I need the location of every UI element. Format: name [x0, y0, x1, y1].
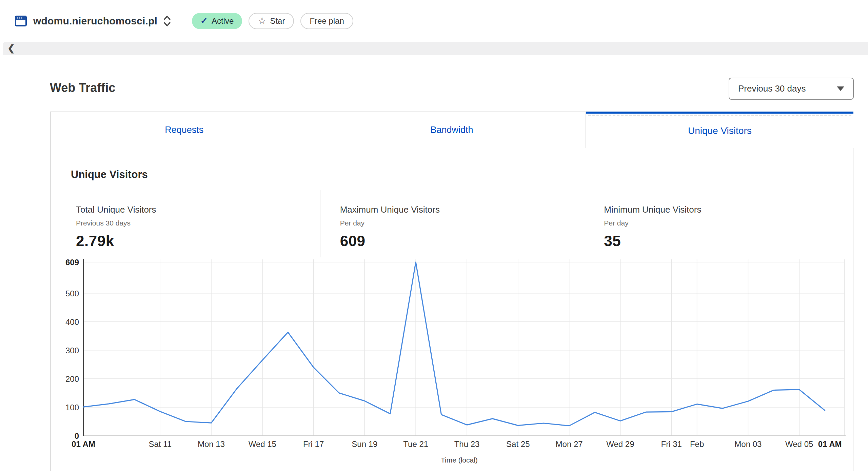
unique-visitors-panel: Unique Visitors Total Unique Visitors Pr…	[50, 148, 853, 471]
time-range-value: Previous 30 days	[738, 83, 806, 94]
svg-text:Tue 21: Tue 21	[403, 439, 428, 449]
unique-visitors-line-chart[interactable]: 010020030040050060901 AMSat 11Mon 13Wed …	[51, 257, 853, 471]
back-chevron-icon[interactable]: ❮	[7, 43, 15, 54]
status-badge-label: Active	[212, 16, 234, 26]
tab-requests[interactable]: Requests	[50, 112, 318, 148]
svg-text:Mon 27: Mon 27	[556, 439, 583, 449]
svg-text:Sat 25: Sat 25	[506, 439, 530, 449]
star-button[interactable]: ☆ Star	[249, 13, 294, 29]
svg-text:Mon 03: Mon 03	[734, 439, 762, 449]
browser-window-icon	[15, 15, 27, 27]
chevron-down-icon	[837, 86, 844, 91]
metric-tabs: Requests Bandwidth Unique Visitors	[50, 112, 853, 148]
page-title: Web Traffic	[50, 81, 115, 95]
domain-switcher-icon[interactable]	[163, 14, 172, 28]
stat-value: 609	[340, 233, 584, 250]
domain-name[interactable]: wdomu.nieruchomosci.pl	[33, 15, 157, 27]
tab-bandwidth[interactable]: Bandwidth	[318, 112, 586, 148]
stat-subtitle: Previous 30 days	[76, 219, 320, 227]
check-icon: ✓	[200, 16, 208, 26]
svg-text:100: 100	[65, 403, 79, 412]
plan-badge: Free plan	[300, 13, 353, 29]
svg-text:Fri 17: Fri 17	[303, 439, 324, 449]
svg-text:Fri 31: Fri 31	[661, 439, 682, 449]
plan-badge-label: Free plan	[310, 16, 344, 26]
status-badge: ✓ Active	[192, 13, 242, 29]
svg-text:Sat 11: Sat 11	[149, 439, 172, 449]
svg-text:Mon 13: Mon 13	[198, 439, 225, 449]
stat-maximum: Maximum Unique Visitors Per day 609	[320, 190, 584, 257]
svg-text:Thu 23: Thu 23	[454, 439, 480, 449]
stat-title: Maximum Unique Visitors	[340, 204, 584, 215]
svg-text:Sun 19: Sun 19	[352, 439, 377, 449]
star-button-label: Star	[270, 16, 285, 26]
stat-value: 2.79k	[76, 233, 320, 250]
stat-total: Total Unique Visitors Previous 30 days 2…	[56, 190, 320, 257]
stats-row: Total Unique Visitors Previous 30 days 2…	[56, 190, 848, 257]
back-bar: ❮	[3, 42, 868, 55]
svg-text:01 AM: 01 AM	[72, 439, 95, 449]
stat-subtitle: Per day	[604, 219, 848, 227]
svg-text:Wed 29: Wed 29	[606, 439, 634, 449]
star-icon: ☆	[258, 16, 266, 26]
svg-text:500: 500	[65, 289, 79, 298]
svg-text:300: 300	[65, 346, 79, 355]
svg-text:Time (local): Time (local)	[441, 456, 478, 464]
svg-text:200: 200	[65, 374, 79, 384]
tab-unique-visitors[interactable]: Unique Visitors	[586, 112, 853, 148]
stat-subtitle: Per day	[340, 219, 584, 227]
svg-text:609: 609	[65, 258, 79, 267]
section-title: Unique Visitors	[71, 169, 148, 181]
site-header: wdomu.nieruchomosci.pl ✓ Active ☆ Star F…	[0, 0, 868, 42]
stat-title: Minimum Unique Visitors	[604, 204, 848, 215]
svg-text:Wed 15: Wed 15	[249, 439, 276, 449]
stat-minimum: Minimum Unique Visitors Per day 35	[584, 190, 848, 257]
svg-text:400: 400	[65, 317, 79, 327]
svg-text:0: 0	[75, 431, 79, 440]
svg-text:Feb: Feb	[690, 439, 704, 449]
stat-title: Total Unique Visitors	[76, 204, 320, 215]
svg-text:Wed 05: Wed 05	[785, 439, 813, 449]
svg-text:01 AM: 01 AM	[818, 439, 842, 449]
stat-value: 35	[604, 233, 848, 250]
time-range-dropdown[interactable]: Previous 30 days	[729, 78, 854, 100]
